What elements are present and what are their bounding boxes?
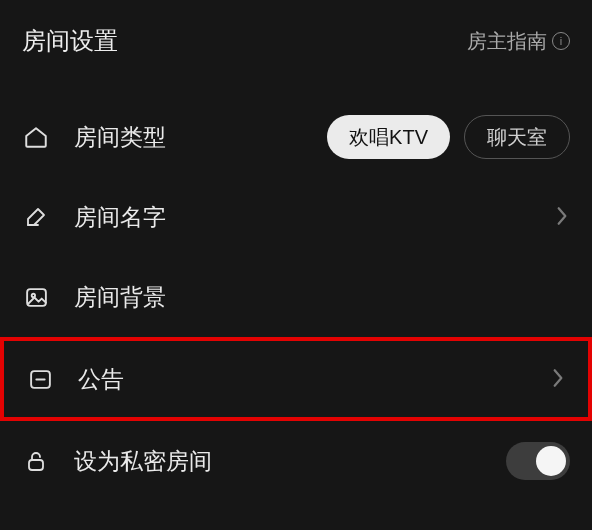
room-name-label: 房间名字: [74, 202, 556, 233]
owner-guide-label: 房主指南: [467, 28, 547, 55]
room-type-chat-option[interactable]: 聊天室: [464, 115, 570, 159]
private-room-label: 设为私密房间: [74, 446, 506, 477]
private-room-toggle[interactable]: [506, 442, 570, 480]
svg-rect-0: [27, 289, 46, 306]
room-type-label: 房间类型: [74, 122, 327, 153]
edit-icon: [22, 203, 50, 231]
room-name-row[interactable]: 房间名字: [0, 177, 592, 257]
owner-guide-link[interactable]: 房主指南 i: [467, 28, 570, 55]
lock-icon: [22, 447, 50, 475]
settings-header: 房间设置 房主指南 i: [0, 0, 592, 67]
notice-label: 公告: [78, 364, 552, 395]
room-type-ktv-option[interactable]: 欢唱KTV: [327, 115, 450, 159]
room-type-options: 欢唱KTV 聊天室: [327, 115, 570, 159]
notice-row[interactable]: 公告: [0, 337, 592, 421]
room-type-row: 房间类型 欢唱KTV 聊天室: [0, 97, 592, 177]
chevron-right-icon: [556, 206, 570, 228]
settings-list: 房间类型 欢唱KTV 聊天室 房间名字: [0, 67, 592, 501]
info-icon: i: [552, 32, 570, 50]
svg-rect-4: [29, 460, 43, 470]
notice-icon: [26, 365, 54, 393]
room-background-label: 房间背景: [74, 282, 570, 313]
room-background-row[interactable]: 房间背景: [0, 257, 592, 337]
page-title: 房间设置: [22, 25, 118, 57]
home-icon: [22, 123, 50, 151]
chevron-right-icon: [552, 368, 566, 390]
image-icon: [22, 283, 50, 311]
toggle-knob: [536, 446, 566, 476]
private-room-row: 设为私密房间: [0, 421, 592, 501]
